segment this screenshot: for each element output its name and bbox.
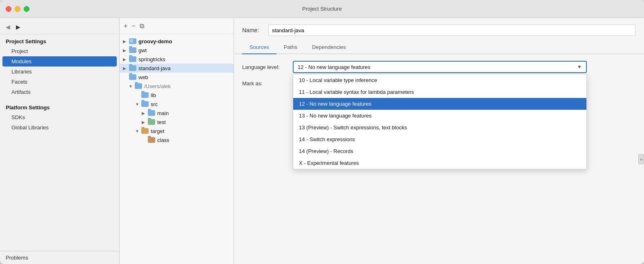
tree-item-standard-java[interactable]: ▶ standard-java — [120, 64, 234, 73]
tree-label-lib: lib — [151, 92, 156, 98]
collapse-panel-button[interactable]: » — [638, 154, 644, 164]
maximize-button[interactable] — [24, 6, 29, 12]
tab-dependencies[interactable]: Dependencies — [305, 41, 353, 54]
tree-label-root: /Users/alek — [144, 83, 171, 89]
dropdown-selected-value: 12 - No new language features — [298, 64, 370, 70]
dropdown-menu: 10 - Local variable type inference 11 - … — [293, 74, 587, 169]
tree-arrow-springtricks: ▶ — [123, 57, 129, 62]
dropdown-trigger[interactable]: 12 - No new language features ▼ — [293, 61, 587, 73]
file-tree-toolbar: + − ⧉ — [120, 18, 234, 34]
sidebar-item-project[interactable]: Project — [0, 46, 119, 56]
folder-icon-standard-java — [129, 65, 137, 71]
name-label: Name: — [242, 27, 263, 33]
tree-item-main[interactable]: ▶ main — [120, 109, 234, 118]
sidebar-item-artifacts[interactable]: Artifacts — [0, 87, 119, 97]
language-level-dropdown[interactable]: 12 - No new language features ▼ 10 - Loc… — [293, 61, 587, 73]
module-icon-groovy-demo — [129, 38, 137, 44]
dropdown-item-x[interactable]: X - Experimental features — [293, 157, 586, 169]
name-row: Name: — [234, 18, 644, 41]
panel-content: Language level: 12 - No new language fea… — [234, 54, 644, 264]
tree-item-classes[interactable]: class — [120, 135, 234, 144]
dropdown-item-13[interactable]: 13 - No new language features — [293, 110, 586, 122]
tabs-row: Sources Paths Dependencies — [234, 41, 644, 54]
sidebar-item-global-libraries[interactable]: Global Libraries — [0, 122, 119, 133]
tree-label-standard-java: standard-java — [138, 65, 171, 71]
chevron-down-icon: ▼ — [577, 64, 582, 70]
tree-label-groovy-demo: groovy-demo — [138, 38, 172, 44]
folder-icon-target — [141, 128, 149, 134]
right-panel: Name: Sources Paths Dependencies Languag… — [234, 18, 644, 264]
tree-arrow-standard-java: ▶ — [123, 66, 129, 71]
tree-label-src: src — [151, 101, 158, 107]
name-input[interactable] — [268, 24, 636, 36]
tree-item-target[interactable]: ▼ target — [120, 126, 234, 135]
minimize-button[interactable] — [15, 6, 20, 12]
dropdown-item-14[interactable]: 14 - Switch expressions — [293, 133, 586, 145]
folder-icon-root — [134, 83, 143, 89]
tree-label-target: target — [151, 128, 164, 134]
folder-icon-test — [147, 119, 156, 125]
folder-icon-src — [141, 101, 149, 107]
copy-module-button[interactable]: ⧉ — [140, 23, 144, 29]
back-button[interactable]: ◀ — [6, 24, 10, 30]
folder-icon-web — [129, 74, 137, 80]
dropdown-item-12[interactable]: 12 - No new language features — [293, 98, 586, 110]
tree-item-lib[interactable]: lib — [120, 91, 234, 100]
sidebar-item-modules[interactable]: Modules — [2, 56, 117, 67]
window-controls — [6, 6, 29, 12]
dropdown-item-11[interactable]: 11 - Local variable syntax for lambda pa… — [293, 86, 586, 98]
tree-label-springtricks: springtricks — [138, 56, 165, 62]
sidebar-navigation: ◀ ▶ — [0, 18, 119, 34]
language-level-row: Language level: 12 - No new language fea… — [242, 61, 636, 73]
tree-arrow-groovy-demo: ▶ — [123, 39, 129, 44]
mark-as-label: Mark as: — [242, 80, 287, 87]
dropdown-item-10[interactable]: 10 - Local variable type inference — [293, 74, 586, 86]
main-content: ◀ ▶ Project Settings Project Modules Lib… — [0, 18, 644, 264]
window-title: Project Structure — [302, 6, 342, 12]
folder-icon-lib — [141, 92, 149, 98]
tree-arrow-gwt: ▶ — [123, 48, 129, 53]
project-structure-window: Project Structure ◀ ▶ Project Settings P… — [0, 0, 644, 264]
tree-item-groovy-demo[interactable]: ▶ groovy-demo — [120, 37, 234, 46]
tree-item-root-path[interactable]: ▼ /Users/alek — [120, 82, 234, 91]
folder-icon-gwt — [129, 47, 137, 53]
titlebar: Project Structure — [0, 0, 644, 18]
close-button[interactable] — [6, 6, 11, 12]
file-tree-content: ▶ groovy-demo ▶ gwt ▶ — [120, 34, 234, 264]
tree-label-main: main — [157, 110, 169, 116]
tree-item-web[interactable]: web — [120, 73, 234, 82]
forward-button[interactable]: ▶ — [16, 24, 20, 30]
tree-arrow-main: ▶ — [142, 111, 147, 115]
remove-module-button[interactable]: − — [131, 23, 135, 29]
sidebar: ◀ ▶ Project Settings Project Modules Lib… — [0, 18, 120, 264]
language-level-label: Language level: — [242, 64, 287, 70]
sidebar-item-sdks[interactable]: SDKs — [0, 112, 119, 122]
tree-arrow-src: ▼ — [135, 102, 141, 106]
file-tree-panel: + − ⧉ ▶ groovy-demo ▶ — [120, 18, 234, 264]
tree-arrow-test: ▶ — [142, 120, 147, 124]
add-module-button[interactable]: + — [124, 23, 127, 29]
tree-label-gwt: gwt — [138, 47, 147, 53]
tab-paths[interactable]: Paths — [276, 41, 305, 54]
tab-sources[interactable]: Sources — [242, 41, 276, 54]
sidebar-item-facets[interactable]: Facets — [0, 77, 119, 87]
tree-label-classes: class — [157, 137, 169, 143]
tree-arrow-root: ▼ — [129, 84, 134, 89]
dropdown-item-13p[interactable]: 13 (Preview) - Switch expressions, text … — [293, 122, 586, 133]
tree-item-src[interactable]: ▼ src — [120, 100, 234, 109]
tree-item-gwt[interactable]: ▶ gwt — [120, 46, 234, 55]
dropdown-item-14p[interactable]: 14 (Preview) - Records — [293, 145, 586, 157]
folder-icon-springtricks — [129, 56, 137, 62]
platform-settings-header: Platform Settings — [0, 100, 119, 112]
tree-label-test: test — [157, 119, 166, 125]
problems-item[interactable]: Problems — [0, 251, 119, 264]
folder-icon-main — [147, 110, 156, 116]
tree-arrow-target: ▼ — [135, 129, 141, 133]
tree-label-web: web — [138, 74, 148, 80]
sidebar-spacer — [0, 97, 119, 100]
sidebar-item-libraries[interactable]: Libraries — [0, 67, 119, 77]
tree-item-springtricks[interactable]: ▶ springtricks — [120, 55, 234, 64]
folder-icon-classes — [147, 137, 156, 143]
project-settings-header: Project Settings — [0, 34, 119, 46]
tree-item-test[interactable]: ▶ test — [120, 118, 234, 126]
